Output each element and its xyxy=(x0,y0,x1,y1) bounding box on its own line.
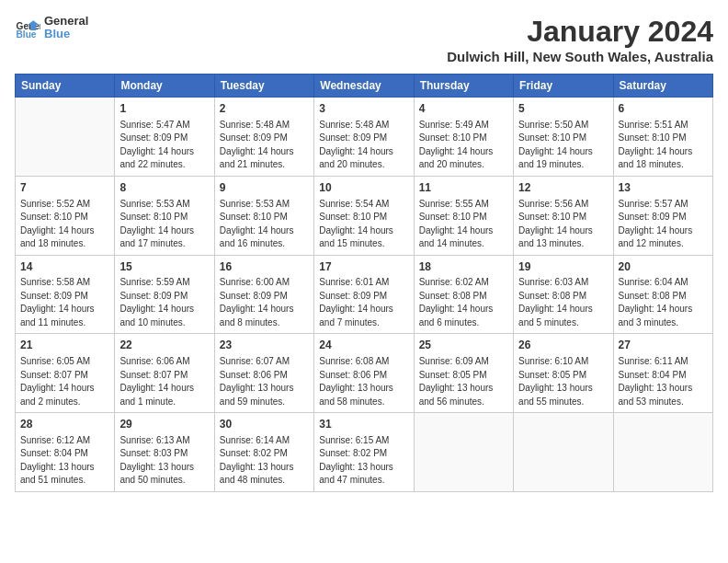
calendar-cell: 17Sunrise: 6:01 AMSunset: 8:09 PMDayligh… xyxy=(314,255,414,334)
day-number: 18 xyxy=(419,259,508,275)
calendar-cell: 3Sunrise: 5:48 AMSunset: 8:09 PMDaylight… xyxy=(314,98,414,177)
day-number: 9 xyxy=(220,180,309,196)
day-info: Sunrise: 5:53 AMSunset: 8:10 PMDaylight:… xyxy=(220,198,309,251)
calendar-cell: 16Sunrise: 6:00 AMSunset: 8:09 PMDayligh… xyxy=(214,255,313,334)
page-header: General Blue General Blue January 2024 D… xyxy=(15,15,713,64)
day-info: Sunrise: 5:48 AMSunset: 8:09 PMDaylight:… xyxy=(319,119,408,172)
day-number: 11 xyxy=(419,180,508,196)
calendar-header-row: SundayMondayTuesdayWednesdayThursdayFrid… xyxy=(16,75,713,98)
day-number: 22 xyxy=(119,338,209,353)
day-info: Sunrise: 6:12 AMSunset: 8:04 PMDaylight:… xyxy=(20,434,109,488)
day-info: Sunrise: 5:55 AMSunset: 8:10 PMDaylight:… xyxy=(419,198,508,251)
calendar-cell: 26Sunrise: 6:10 AMSunset: 8:05 PMDayligh… xyxy=(514,334,613,413)
calendar-cell: 6Sunrise: 5:51 AMSunset: 8:10 PMDaylight… xyxy=(613,98,712,177)
day-number: 25 xyxy=(419,338,508,353)
calendar-cell: 9Sunrise: 5:53 AMSunset: 8:10 PMDaylight… xyxy=(214,176,313,255)
day-number: 1 xyxy=(119,101,209,117)
day-info: Sunrise: 6:08 AMSunset: 8:06 PMDaylight:… xyxy=(319,355,408,408)
day-number: 28 xyxy=(20,417,109,432)
calendar-cell: 21Sunrise: 6:05 AMSunset: 8:07 PMDayligh… xyxy=(16,334,115,413)
day-info: Sunrise: 5:54 AMSunset: 8:10 PMDaylight:… xyxy=(319,198,408,251)
header-friday: Friday xyxy=(514,75,613,98)
calendar-cell: 18Sunrise: 6:02 AMSunset: 8:08 PMDayligh… xyxy=(414,255,513,334)
day-number: 27 xyxy=(619,338,708,353)
day-number: 13 xyxy=(619,180,708,196)
header-thursday: Thursday xyxy=(414,75,513,98)
logo-blue: Blue xyxy=(44,28,88,40)
day-info: Sunrise: 5:53 AMSunset: 8:10 PMDaylight:… xyxy=(119,198,209,251)
day-number: 16 xyxy=(220,259,309,275)
day-info: Sunrise: 5:56 AMSunset: 8:10 PMDaylight:… xyxy=(518,198,608,251)
day-info: Sunrise: 5:51 AMSunset: 8:10 PMDaylight:… xyxy=(619,119,708,172)
calendar-cell: 10Sunrise: 5:54 AMSunset: 8:10 PMDayligh… xyxy=(314,176,414,255)
svg-text:Blue: Blue xyxy=(17,29,37,40)
day-number: 7 xyxy=(20,180,109,196)
header-sunday: Sunday xyxy=(16,75,115,98)
calendar-cell: 27Sunrise: 6:11 AMSunset: 8:04 PMDayligh… xyxy=(613,334,712,413)
header-tuesday: Tuesday xyxy=(214,75,313,98)
calendar-cell: 29Sunrise: 6:13 AMSunset: 8:03 PMDayligh… xyxy=(115,413,214,492)
day-info: Sunrise: 6:00 AMSunset: 8:09 PMDaylight:… xyxy=(220,276,309,329)
day-number: 20 xyxy=(619,259,708,275)
day-info: Sunrise: 6:04 AMSunset: 8:08 PMDaylight:… xyxy=(619,276,708,329)
day-number: 2 xyxy=(220,101,309,117)
calendar-cell: 15Sunrise: 5:59 AMSunset: 8:09 PMDayligh… xyxy=(115,255,214,334)
calendar-cell xyxy=(414,413,513,492)
day-number: 21 xyxy=(20,338,109,353)
calendar-cell: 2Sunrise: 5:48 AMSunset: 8:09 PMDaylight… xyxy=(214,98,313,177)
week-row-3: 21Sunrise: 6:05 AMSunset: 8:07 PMDayligh… xyxy=(16,334,713,413)
day-number: 23 xyxy=(220,338,309,353)
logo-icon: General Blue xyxy=(15,15,40,40)
day-number: 31 xyxy=(319,417,408,432)
week-row-1: 7Sunrise: 5:52 AMSunset: 8:10 PMDaylight… xyxy=(16,176,713,255)
day-info: Sunrise: 6:07 AMSunset: 8:06 PMDaylight:… xyxy=(220,355,309,408)
calendar-cell xyxy=(613,413,712,492)
calendar-cell: 22Sunrise: 6:06 AMSunset: 8:07 PMDayligh… xyxy=(115,334,214,413)
calendar-cell: 31Sunrise: 6:15 AMSunset: 8:02 PMDayligh… xyxy=(314,413,414,492)
calendar-cell xyxy=(514,413,613,492)
day-info: Sunrise: 6:10 AMSunset: 8:05 PMDaylight:… xyxy=(518,355,608,408)
calendar-cell: 14Sunrise: 5:58 AMSunset: 8:09 PMDayligh… xyxy=(16,255,115,334)
day-info: Sunrise: 5:48 AMSunset: 8:09 PMDaylight:… xyxy=(220,119,309,172)
logo: General Blue General Blue xyxy=(15,15,88,41)
day-info: Sunrise: 5:58 AMSunset: 8:09 PMDaylight:… xyxy=(20,276,109,329)
day-number: 14 xyxy=(20,259,109,275)
day-info: Sunrise: 6:03 AMSunset: 8:08 PMDaylight:… xyxy=(518,276,608,329)
calendar-cell: 19Sunrise: 6:03 AMSunset: 8:08 PMDayligh… xyxy=(514,255,613,334)
calendar-cell: 4Sunrise: 5:49 AMSunset: 8:10 PMDaylight… xyxy=(414,98,513,177)
calendar-title: January 2024 xyxy=(447,15,713,49)
week-row-2: 14Sunrise: 5:58 AMSunset: 8:09 PMDayligh… xyxy=(16,255,713,334)
day-info: Sunrise: 6:13 AMSunset: 8:03 PMDaylight:… xyxy=(119,434,209,488)
calendar-cell: 24Sunrise: 6:08 AMSunset: 8:06 PMDayligh… xyxy=(314,334,414,413)
day-number: 5 xyxy=(518,101,608,117)
day-info: Sunrise: 6:15 AMSunset: 8:02 PMDaylight:… xyxy=(319,434,408,488)
calendar-cell: 1Sunrise: 5:47 AMSunset: 8:09 PMDaylight… xyxy=(115,98,214,177)
day-number: 12 xyxy=(518,180,608,196)
day-number: 19 xyxy=(518,259,608,275)
day-info: Sunrise: 6:11 AMSunset: 8:04 PMDaylight:… xyxy=(619,355,708,408)
day-info: Sunrise: 6:06 AMSunset: 8:07 PMDaylight:… xyxy=(119,355,209,408)
calendar-cell: 5Sunrise: 5:50 AMSunset: 8:10 PMDaylight… xyxy=(514,98,613,177)
day-number: 3 xyxy=(319,101,408,117)
day-info: Sunrise: 6:09 AMSunset: 8:05 PMDaylight:… xyxy=(419,355,508,408)
day-info: Sunrise: 6:02 AMSunset: 8:08 PMDaylight:… xyxy=(419,276,508,329)
day-info: Sunrise: 5:57 AMSunset: 8:09 PMDaylight:… xyxy=(619,198,708,251)
day-number: 4 xyxy=(419,101,508,117)
calendar-cell: 12Sunrise: 5:56 AMSunset: 8:10 PMDayligh… xyxy=(514,176,613,255)
day-info: Sunrise: 5:47 AMSunset: 8:09 PMDaylight:… xyxy=(119,119,209,172)
calendar-cell: 28Sunrise: 6:12 AMSunset: 8:04 PMDayligh… xyxy=(16,413,115,492)
title-block: January 2024 Dulwich Hill, New South Wal… xyxy=(447,15,713,64)
calendar-cell: 23Sunrise: 6:07 AMSunset: 8:06 PMDayligh… xyxy=(214,334,313,413)
calendar-cell: 30Sunrise: 6:14 AMSunset: 8:02 PMDayligh… xyxy=(214,413,313,492)
header-saturday: Saturday xyxy=(613,75,712,98)
header-wednesday: Wednesday xyxy=(314,75,414,98)
calendar-cell: 13Sunrise: 5:57 AMSunset: 8:09 PMDayligh… xyxy=(613,176,712,255)
day-number: 6 xyxy=(619,101,708,117)
day-info: Sunrise: 6:14 AMSunset: 8:02 PMDaylight:… xyxy=(220,434,309,488)
calendar-cell: 11Sunrise: 5:55 AMSunset: 8:10 PMDayligh… xyxy=(414,176,513,255)
day-number: 10 xyxy=(319,180,408,196)
day-info: Sunrise: 6:01 AMSunset: 8:09 PMDaylight:… xyxy=(319,276,408,329)
calendar-cell: 25Sunrise: 6:09 AMSunset: 8:05 PMDayligh… xyxy=(414,334,513,413)
calendar-cell xyxy=(16,98,115,177)
day-info: Sunrise: 5:52 AMSunset: 8:10 PMDaylight:… xyxy=(20,198,109,251)
